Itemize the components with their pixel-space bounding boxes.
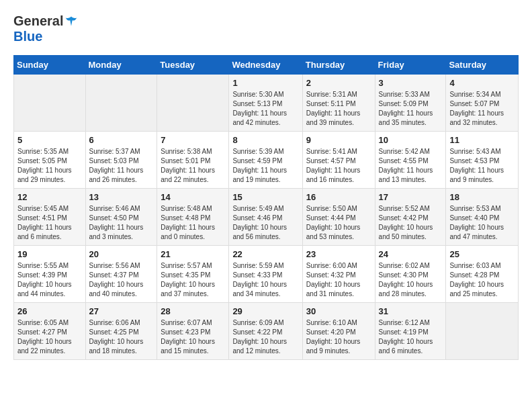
page-header: General Blue — [13, 13, 519, 44]
day-number: 8 — [232, 135, 298, 145]
weekday-header-friday: Friday — [375, 56, 446, 75]
day-number: 26 — [17, 306, 82, 316]
calendar-cell: 18Sunrise: 5:53 AM Sunset: 4:40 PM Dayli… — [446, 189, 519, 246]
day-info: Sunrise: 6:05 AM Sunset: 4:27 PM Dayligh… — [17, 318, 82, 356]
day-info: Sunrise: 5:30 AM Sunset: 5:13 PM Dayligh… — [232, 90, 298, 128]
calendar-cell: 16Sunrise: 5:50 AM Sunset: 4:44 PM Dayli… — [302, 189, 375, 246]
day-number: 17 — [379, 192, 443, 202]
calendar-cell: 14Sunrise: 5:48 AM Sunset: 4:48 PM Dayli… — [157, 189, 229, 246]
weekday-header-tuesday: Tuesday — [157, 56, 229, 75]
calendar-cell: 10Sunrise: 5:42 AM Sunset: 4:55 PM Dayli… — [375, 132, 446, 189]
calendar-week-row: 19Sunrise: 5:55 AM Sunset: 4:39 PM Dayli… — [14, 246, 519, 303]
calendar-cell: 24Sunrise: 6:02 AM Sunset: 4:30 PM Dayli… — [375, 246, 446, 303]
day-number: 23 — [306, 249, 371, 259]
calendar-cell: 26Sunrise: 6:05 AM Sunset: 4:27 PM Dayli… — [14, 303, 86, 360]
weekday-header-sunday: Sunday — [14, 56, 86, 75]
weekday-header-monday: Monday — [85, 56, 157, 75]
day-number: 10 — [379, 135, 443, 145]
day-number: 19 — [17, 249, 82, 259]
calendar-cell: 12Sunrise: 5:45 AM Sunset: 4:51 PM Dayli… — [14, 189, 86, 246]
calendar-cell: 31Sunrise: 6:12 AM Sunset: 4:19 PM Dayli… — [375, 303, 446, 360]
calendar-cell: 19Sunrise: 5:55 AM Sunset: 4:39 PM Dayli… — [14, 246, 86, 303]
calendar-cell: 28Sunrise: 6:07 AM Sunset: 4:23 PM Dayli… — [157, 303, 229, 360]
day-number: 28 — [161, 306, 225, 316]
day-info: Sunrise: 6:02 AM Sunset: 4:30 PM Dayligh… — [379, 261, 443, 299]
calendar-cell: 6Sunrise: 5:37 AM Sunset: 5:03 PM Daylig… — [85, 132, 157, 189]
day-info: Sunrise: 6:06 AM Sunset: 4:25 PM Dayligh… — [89, 318, 154, 356]
day-info: Sunrise: 5:39 AM Sunset: 4:59 PM Dayligh… — [232, 147, 298, 185]
calendar-cell: 7Sunrise: 5:38 AM Sunset: 5:01 PM Daylig… — [157, 132, 229, 189]
day-info: Sunrise: 6:09 AM Sunset: 4:22 PM Dayligh… — [232, 318, 298, 356]
calendar-cell: 23Sunrise: 6:00 AM Sunset: 4:32 PM Dayli… — [302, 246, 375, 303]
day-info: Sunrise: 5:48 AM Sunset: 4:48 PM Dayligh… — [161, 204, 225, 242]
day-number: 5 — [17, 135, 82, 145]
day-info: Sunrise: 5:52 AM Sunset: 4:42 PM Dayligh… — [379, 204, 443, 242]
day-number: 9 — [306, 135, 371, 145]
day-info: Sunrise: 5:57 AM Sunset: 4:35 PM Dayligh… — [161, 261, 225, 299]
calendar-cell: 17Sunrise: 5:52 AM Sunset: 4:42 PM Dayli… — [375, 189, 446, 246]
day-info: Sunrise: 5:53 AM Sunset: 4:40 PM Dayligh… — [449, 204, 515, 242]
calendar-week-row: 12Sunrise: 5:45 AM Sunset: 4:51 PM Dayli… — [14, 189, 519, 246]
day-info: Sunrise: 5:34 AM Sunset: 5:07 PM Dayligh… — [449, 90, 515, 128]
day-info: Sunrise: 5:55 AM Sunset: 4:39 PM Dayligh… — [17, 261, 82, 299]
calendar-cell: 4Sunrise: 5:34 AM Sunset: 5:07 PM Daylig… — [446, 75, 519, 132]
calendar-cell: 2Sunrise: 5:31 AM Sunset: 5:11 PM Daylig… — [302, 75, 375, 132]
day-info: Sunrise: 5:59 AM Sunset: 4:33 PM Dayligh… — [232, 261, 298, 299]
day-number: 21 — [161, 249, 225, 259]
calendar-week-row: 5Sunrise: 5:35 AM Sunset: 5:05 PM Daylig… — [14, 132, 519, 189]
day-number: 1 — [232, 78, 298, 88]
calendar-cell: 20Sunrise: 5:56 AM Sunset: 4:37 PM Dayli… — [85, 246, 157, 303]
day-info: Sunrise: 6:12 AM Sunset: 4:19 PM Dayligh… — [379, 318, 443, 356]
day-info: Sunrise: 6:10 AM Sunset: 4:20 PM Dayligh… — [306, 318, 371, 356]
weekday-header-wednesday: Wednesday — [229, 56, 302, 75]
day-info: Sunrise: 5:45 AM Sunset: 4:51 PM Dayligh… — [17, 204, 82, 242]
day-info: Sunrise: 5:49 AM Sunset: 4:46 PM Dayligh… — [232, 204, 298, 242]
day-number: 27 — [89, 306, 154, 316]
day-number: 24 — [379, 249, 443, 259]
day-number: 15 — [232, 192, 298, 202]
day-number: 18 — [449, 192, 515, 202]
calendar-cell: 29Sunrise: 6:09 AM Sunset: 4:22 PM Dayli… — [229, 303, 302, 360]
day-number: 4 — [449, 78, 515, 88]
day-number: 2 — [306, 78, 371, 88]
calendar-cell: 8Sunrise: 5:39 AM Sunset: 4:59 PM Daylig… — [229, 132, 302, 189]
calendar-cell: 25Sunrise: 6:03 AM Sunset: 4:28 PM Dayli… — [446, 246, 519, 303]
day-info: Sunrise: 5:50 AM Sunset: 4:44 PM Dayligh… — [306, 204, 371, 242]
calendar-week-row: 26Sunrise: 6:05 AM Sunset: 4:27 PM Dayli… — [14, 303, 519, 360]
logo: General Blue — [13, 13, 78, 44]
logo-blue: Blue — [13, 29, 42, 44]
calendar-cell: 21Sunrise: 5:57 AM Sunset: 4:35 PM Dayli… — [157, 246, 229, 303]
day-info: Sunrise: 5:35 AM Sunset: 5:05 PM Dayligh… — [17, 147, 82, 185]
day-number: 25 — [449, 249, 515, 259]
day-number: 30 — [306, 306, 371, 316]
day-info: Sunrise: 5:31 AM Sunset: 5:11 PM Dayligh… — [306, 90, 371, 128]
day-number: 11 — [449, 135, 515, 145]
calendar-cell: 9Sunrise: 5:41 AM Sunset: 4:57 PM Daylig… — [302, 132, 375, 189]
day-number: 20 — [89, 249, 154, 259]
calendar-cell: 11Sunrise: 5:43 AM Sunset: 4:53 PM Dayli… — [446, 132, 519, 189]
calendar-cell: 3Sunrise: 5:33 AM Sunset: 5:09 PM Daylig… — [375, 75, 446, 132]
calendar-cell: 30Sunrise: 6:10 AM Sunset: 4:20 PM Dayli… — [302, 303, 375, 360]
weekday-header-saturday: Saturday — [446, 56, 519, 75]
calendar-cell: 5Sunrise: 5:35 AM Sunset: 5:05 PM Daylig… — [14, 132, 86, 189]
day-number: 14 — [161, 192, 225, 202]
day-info: Sunrise: 5:38 AM Sunset: 5:01 PM Dayligh… — [161, 147, 225, 185]
day-info: Sunrise: 5:43 AM Sunset: 4:53 PM Dayligh… — [449, 147, 515, 185]
calendar-week-row: 1Sunrise: 5:30 AM Sunset: 5:13 PM Daylig… — [14, 75, 519, 132]
calendar-cell — [14, 75, 86, 132]
calendar-header-row: SundayMondayTuesdayWednesdayThursdayFrid… — [14, 56, 519, 75]
calendar-table: SundayMondayTuesdayWednesdayThursdayFrid… — [13, 55, 519, 360]
day-number: 7 — [161, 135, 225, 145]
calendar-cell: 13Sunrise: 5:46 AM Sunset: 4:50 PM Dayli… — [85, 189, 157, 246]
day-number: 6 — [89, 135, 154, 145]
calendar-cell — [446, 303, 519, 360]
day-info: Sunrise: 6:03 AM Sunset: 4:28 PM Dayligh… — [449, 261, 515, 299]
logo-bird-icon — [64, 15, 78, 28]
day-info: Sunrise: 6:00 AM Sunset: 4:32 PM Dayligh… — [306, 261, 371, 299]
day-info: Sunrise: 5:42 AM Sunset: 4:55 PM Dayligh… — [379, 147, 443, 185]
calendar-cell: 1Sunrise: 5:30 AM Sunset: 5:13 PM Daylig… — [229, 75, 302, 132]
day-info: Sunrise: 5:41 AM Sunset: 4:57 PM Dayligh… — [306, 147, 371, 185]
day-number: 31 — [379, 306, 443, 316]
day-number: 16 — [306, 192, 371, 202]
day-number: 22 — [232, 249, 298, 259]
